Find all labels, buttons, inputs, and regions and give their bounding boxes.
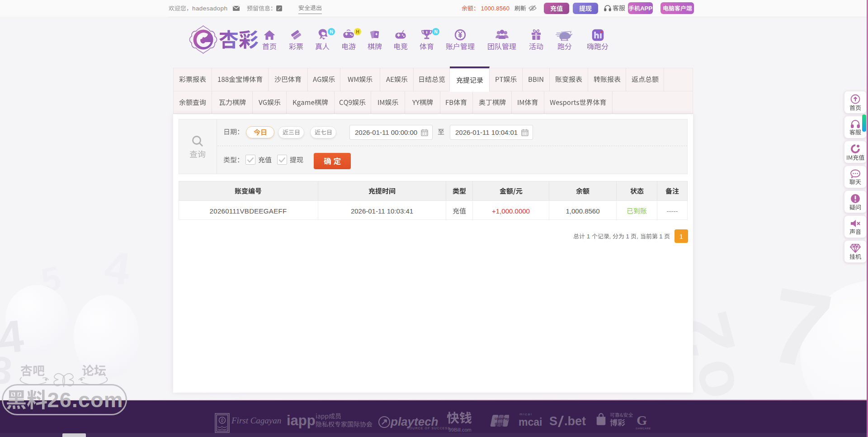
- svg-text:UpInPay: UpInPay: [495, 417, 509, 421]
